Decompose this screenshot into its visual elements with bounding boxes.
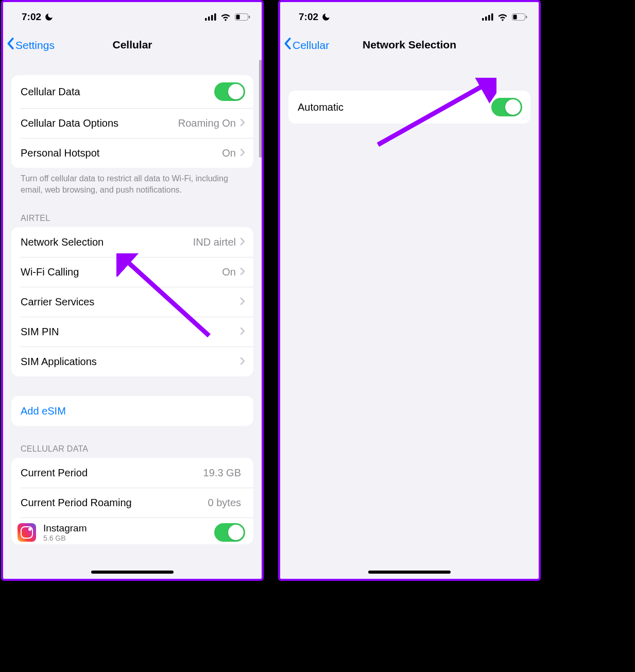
instagram-icon [18, 523, 36, 542]
wifi-icon [497, 13, 508, 21]
svg-rect-11 [491, 13, 493, 21]
section-header-cellular-data: CELLULAR DATA [11, 426, 253, 458]
group-automatic: Automatic [288, 91, 530, 124]
chevron-right-icon [240, 266, 245, 278]
chevron-right-icon [240, 296, 245, 308]
row-sim-applications[interactable]: SIM Applications [11, 347, 253, 376]
scrollbar[interactable] [259, 60, 262, 158]
row-label: SIM Applications [21, 356, 240, 368]
row-app-instagram[interactable]: Instagram 5.6 GB [11, 518, 253, 544]
row-label: Current Period Roaming [21, 497, 208, 509]
status-time: 7:02 [22, 11, 41, 23]
row-label: SIM PIN [21, 326, 240, 338]
page-title: Network Selection [363, 39, 456, 51]
row-detail: IND airtel [193, 236, 236, 248]
status-bar: 7:02 [280, 2, 539, 30]
chevron-right-icon [240, 326, 245, 338]
group-esim: Add eSIM [11, 396, 253, 426]
row-detail: On [222, 266, 236, 278]
svg-rect-6 [249, 16, 250, 19]
battery-icon [512, 13, 527, 21]
svg-rect-1 [208, 16, 210, 21]
automatic-toggle[interactable] [491, 98, 522, 116]
svg-rect-13 [513, 15, 517, 20]
row-current-period[interactable]: Current Period 19.3 GB [11, 458, 253, 488]
row-add-esim[interactable]: Add eSIM [11, 396, 253, 426]
row-network-selection[interactable]: Network Selection IND airtel [11, 227, 253, 257]
row-current-period-roaming[interactable]: Current Period Roaming 0 bytes [11, 488, 253, 518]
row-wifi-calling[interactable]: Wi-Fi Calling On [11, 257, 253, 287]
home-indicator[interactable] [91, 571, 174, 574]
svg-rect-9 [485, 16, 487, 21]
row-cellular-data[interactable]: Cellular Data [11, 75, 253, 108]
chevron-right-icon [240, 356, 245, 368]
back-label: Cellular [293, 39, 329, 51]
battery-icon [235, 13, 250, 21]
row-label: Personal Hotspot [21, 147, 222, 159]
row-cellular-data-options[interactable]: Cellular Data Options Roaming On [11, 108, 253, 138]
row-detail: 19.3 GB [203, 467, 241, 479]
nav-bar: Settings Cellular [3, 30, 262, 60]
svg-rect-3 [214, 13, 216, 21]
do-not-disturb-icon [321, 12, 331, 22]
row-label: Current Period [21, 467, 203, 479]
back-button[interactable]: Cellular [283, 38, 329, 53]
row-carrier-services[interactable]: Carrier Services [11, 287, 253, 317]
back-label: Settings [15, 39, 55, 51]
row-label: Add eSIM [21, 405, 245, 417]
cellular-signal-icon [482, 13, 493, 21]
svg-rect-5 [236, 15, 240, 20]
app-data-toggle[interactable] [214, 523, 245, 542]
group-carrier: Network Selection IND airtel Wi-Fi Calli… [11, 227, 253, 376]
nav-bar: Cellular Network Selection [280, 30, 539, 60]
chevron-right-icon [240, 147, 245, 159]
chevron-right-icon [240, 236, 245, 248]
app-name: Instagram [43, 523, 214, 534]
row-detail: Roaming On [178, 117, 236, 129]
svg-rect-10 [488, 15, 490, 21]
section-header-carrier: AIRTEL [11, 195, 253, 227]
cellular-data-toggle[interactable] [214, 82, 245, 101]
app-size: 5.6 GB [43, 534, 214, 542]
screenshot-network-selection: 7:02 Cel [278, 0, 541, 581]
chevron-left-icon [283, 38, 291, 53]
chevron-left-icon [6, 38, 14, 53]
cellular-signal-icon [205, 13, 216, 21]
svg-rect-2 [211, 15, 213, 21]
screenshot-cellular: 7:02 Set [1, 0, 264, 581]
svg-rect-8 [482, 18, 484, 21]
group-usage: Current Period 19.3 GB Current Period Ro… [11, 458, 253, 544]
svg-rect-14 [526, 16, 527, 19]
home-indicator[interactable] [368, 571, 451, 574]
group-footer: Turn off cellular data to restrict all d… [11, 168, 253, 195]
row-label: Network Selection [21, 236, 193, 248]
svg-rect-0 [205, 18, 207, 21]
row-label: Carrier Services [21, 296, 240, 308]
row-personal-hotspot[interactable]: Personal Hotspot On [11, 138, 253, 168]
row-label: Cellular Data [21, 86, 214, 98]
row-detail: 0 bytes [208, 497, 241, 509]
row-label: Cellular Data Options [21, 117, 178, 129]
page-title: Cellular [112, 39, 152, 51]
do-not-disturb-icon [44, 12, 54, 22]
status-time: 7:02 [299, 11, 318, 23]
row-label: Automatic [298, 101, 491, 113]
row-label: Wi-Fi Calling [21, 266, 222, 278]
row-detail: On [222, 147, 236, 159]
chevron-right-icon [240, 117, 245, 129]
wifi-icon [220, 13, 231, 21]
group-main: Cellular Data Cellular Data Options Roam… [11, 75, 253, 168]
status-bar: 7:02 [3, 2, 262, 30]
row-sim-pin[interactable]: SIM PIN [11, 317, 253, 347]
row-automatic[interactable]: Automatic [288, 91, 530, 124]
back-button[interactable]: Settings [6, 38, 55, 53]
